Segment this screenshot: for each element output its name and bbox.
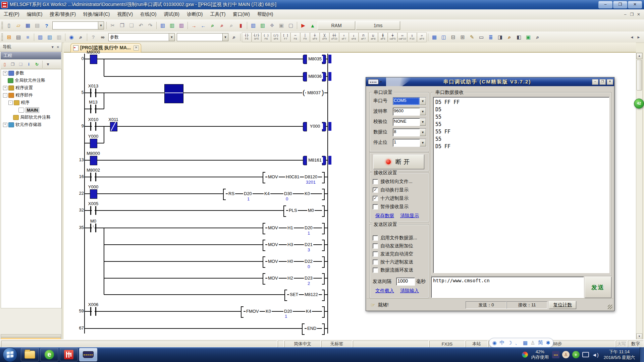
- menu-item-3[interactable]: 转换/编译(C): [79, 10, 113, 19]
- checkbox-按十六进制发送[interactable]: 按十六进制发送: [373, 259, 413, 265]
- fkey-cF10-button[interactable]: ┼┼cF10: [329, 32, 339, 42]
- overflow-arrow-icon[interactable]: ▶: [636, 33, 642, 42]
- link-clear-input[interactable]: 清除输入: [400, 288, 419, 294]
- chevron-down-icon[interactable]: ▼: [420, 139, 426, 146]
- checkbox-数据流循环发送[interactable]: 数据流循环发送: [373, 267, 413, 273]
- screen-icon[interactable]: ▢: [286, 21, 295, 30]
- expand-icon[interactable]: +: [3, 123, 7, 127]
- copy-icon[interactable]: ❐: [118, 21, 126, 30]
- fkey-sF7-button[interactable]: ↑sF7: [339, 32, 349, 42]
- tree-item-参数[interactable]: +参数: [1, 69, 61, 77]
- menu-item-2[interactable]: 搜索/替换(F): [46, 10, 79, 19]
- device-batch-monitor-icon[interactable]: ▥: [249, 21, 258, 30]
- edit-tool-icon-9[interactable]: ◧: [515, 33, 523, 42]
- checkbox-发送完自动清空[interactable]: 发送完自动清空: [373, 251, 413, 257]
- help-gray-icon[interactable]: ?: [89, 33, 98, 42]
- tree-item-程序部件[interactable]: -程序部件: [1, 92, 61, 99]
- collapse-icon[interactable]: -: [8, 101, 13, 105]
- tree-item-全局软元件注释[interactable]: 全局软元件注释: [1, 77, 61, 84]
- receive-data-area[interactable]: D5 FF FFD5555555 FF55D5 FF: [433, 97, 609, 273]
- window-list-combo[interactable]: 参数▼: [108, 33, 175, 41]
- fkey-F10-button[interactable]: ▯F10: [407, 32, 417, 42]
- run-icon[interactable]: ▶: [299, 21, 308, 30]
- nav-splitter[interactable]: [1, 334, 61, 338]
- minimize-button[interactable]: ‒: [598, 1, 612, 8]
- help-icon[interactable]: ?: [42, 21, 51, 30]
- nav-new-icon[interactable]: ▯: [1, 61, 8, 68]
- start-button[interactable]: [3, 347, 17, 362]
- checkbox-启用文件数据源...[interactable]: 启用文件数据源...: [373, 235, 417, 241]
- edit-tool-icon-5[interactable]: ▭: [477, 33, 486, 42]
- nav-close-icon[interactable]: ✕: [54, 45, 62, 49]
- serial-close-button[interactable]: ✕: [607, 79, 613, 85]
- edit-tool-icon-6[interactable]: ≣: [486, 33, 495, 42]
- ime-simplified-icon[interactable]: 简: [538, 340, 543, 346]
- ime-softkbd-icon[interactable]: ▦: [523, 340, 528, 346]
- tree-item-局部软元件注释[interactable]: 局部软元件注释: [1, 114, 61, 121]
- link-load-file[interactable]: 文件载入: [375, 288, 394, 294]
- combo-波特率[interactable]: 9600▼: [393, 108, 426, 116]
- menu-item-0[interactable]: 工程(P): [0, 10, 23, 19]
- checkbox-icon[interactable]: [373, 267, 378, 273]
- nav-paste-icon[interactable]: ❏: [17, 61, 24, 68]
- nav-copy-icon[interactable]: ❐: [9, 61, 16, 68]
- fkey-F9-button[interactable]: │F9: [300, 32, 310, 42]
- nav-filter-icon[interactable]: ▼: [44, 61, 52, 68]
- fkey-F5-button[interactable]: ┤├F5: [242, 32, 252, 42]
- edit-tool-icon-8[interactable]: ⌕: [505, 33, 514, 42]
- chevron-down-icon[interactable]: ▼: [222, 34, 228, 41]
- serial-debug-window[interactable]: ●●●● ▼ 串口调试助手 (CM精装版 V3.7.2) ‒❐✕ 串口设置串口号…: [366, 77, 614, 311]
- checkbox-暂停接收显示[interactable]: 暂停接收显示: [373, 204, 409, 210]
- menu-item-4[interactable]: 视图(V): [113, 10, 137, 19]
- checkbox-icon[interactable]: [373, 204, 378, 209]
- fkey-aF9-button[interactable]: ▱aF9: [417, 32, 427, 42]
- save-icon[interactable]: ▦: [23, 21, 32, 30]
- checkbox-icon[interactable]: [373, 179, 378, 184]
- ok-status-icon[interactable]: ▲: [308, 21, 317, 30]
- tab-close-icon[interactable]: ✕: [133, 45, 139, 51]
- monitor-stop-icon[interactable]: ⌕: [218, 21, 226, 30]
- serial-titlebar[interactable]: ●●●● ▼ 串口调试助手 (CM精装版 V3.7.2) ‒❐✕: [366, 77, 614, 86]
- fkey-sF5-button[interactable]: ┤/├sF5: [252, 32, 261, 42]
- fkey-cF9-button[interactable]: ╳cF9: [320, 32, 329, 42]
- checkbox-自动发送附加位[interactable]: 自动发送附加位: [373, 243, 413, 249]
- reset-count-button[interactable]: 复位计数: [549, 301, 576, 309]
- read-from-plc-icon[interactable]: ←: [199, 21, 208, 30]
- ime-logo-icon[interactable]: ◉: [492, 340, 497, 346]
- edit-tool-icon-3[interactable]: ⊞: [458, 33, 467, 42]
- edit-tool-icon-2[interactable]: ⊟: [449, 33, 458, 42]
- checkbox-checked-icon[interactable]: ✓: [373, 187, 378, 193]
- fkey-sF6-button[interactable]: (/)sF6: [271, 32, 281, 42]
- edit-tool-icon-4[interactable]: ✎: [468, 33, 476, 42]
- disconnect-button[interactable]: 断开: [373, 155, 424, 169]
- list-view-icon[interactable]: ≡: [23, 33, 32, 42]
- menu-item-9[interactable]: 窗口(W): [229, 10, 254, 19]
- taskbar-explorer-button[interactable]: [21, 348, 39, 361]
- menu-item-8[interactable]: 工具(T): [206, 10, 229, 19]
- mdi-restore-button[interactable]: ❐: [629, 12, 635, 17]
- mdi-minimize-button[interactable]: ‒: [622, 12, 629, 17]
- expand-icon[interactable]: +: [3, 71, 7, 75]
- tray-network-icon[interactable]: [582, 352, 589, 357]
- device-display-icon[interactable]: ◉: [67, 33, 76, 42]
- window-tile-icon[interactable]: ▣: [277, 21, 286, 30]
- module-config-icon[interactable]: ▤: [14, 33, 23, 42]
- restore-button[interactable]: ❐: [613, 1, 627, 8]
- tray-color-icon[interactable]: [522, 352, 528, 358]
- fkey-aF7-button[interactable]: ⊓aF7: [359, 32, 368, 42]
- nav-pin-icon[interactable]: ▼: [51, 45, 54, 49]
- link-save-data[interactable]: 保存数据: [375, 213, 394, 219]
- tray-user-icon[interactable]: ♙: [562, 351, 570, 358]
- project-view-icon[interactable]: ⊞: [5, 33, 13, 42]
- undo-icon[interactable]: ↶: [137, 21, 145, 30]
- combo-串口号[interactable]: COM5▼: [393, 97, 426, 105]
- ladder-scrollbar[interactable]: ▲ ▼: [636, 53, 643, 340]
- tree-item-程序[interactable]: -程序: [1, 99, 61, 106]
- fkey-aF8-button[interactable]: ⊔aF8: [368, 32, 378, 42]
- taskbar-clock[interactable]: 下午 11:14 2018/5/5 星期六: [604, 349, 635, 360]
- device-register-icon[interactable]: ▥: [258, 21, 267, 30]
- close-button[interactable]: ✕: [628, 1, 642, 8]
- redo-icon[interactable]: ↷: [146, 21, 155, 30]
- dev-find-icon[interactable]: ▥: [36, 33, 45, 42]
- edit-tool-icon-7[interactable]: ◨: [496, 33, 504, 42]
